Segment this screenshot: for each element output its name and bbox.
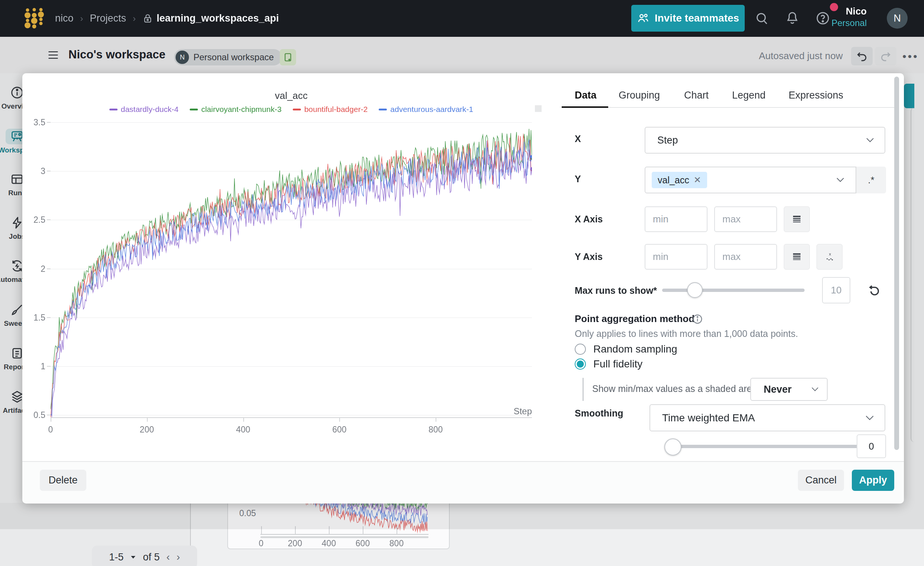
search-icon[interactable] (754, 11, 769, 25)
mini-x-tick-label: 0 (250, 539, 272, 548)
remove-metric-icon[interactable]: ✕ (694, 175, 701, 185)
reset-icon[interactable] (866, 283, 881, 298)
radio-full-fidelity[interactable]: Full fidelity (575, 358, 642, 370)
y-tick-label: 1.5 (22, 313, 45, 323)
user-scope: Personal (804, 18, 867, 28)
screen: nico › Projects › learning_workspaces_ap… (0, 0, 924, 566)
page-next-icon[interactable]: › (177, 551, 180, 563)
breadcrumb-projects[interactable]: Projects (90, 13, 126, 24)
x-tick-mark (436, 417, 436, 422)
legend-swatch (379, 109, 387, 111)
x-tick-mark (147, 417, 148, 422)
y-tick-mark (47, 317, 51, 318)
breadcrumb-separator: › (133, 13, 136, 24)
x-tick-mark (51, 417, 51, 422)
bell-icon[interactable] (785, 11, 800, 25)
minmax-select[interactable]: Never (750, 378, 828, 401)
minmax-label: Show min/max values as a shaded area (592, 383, 757, 394)
legend-item[interactable]: bountiful-badger-2 (293, 105, 368, 114)
y-tick-label: 2.5 (22, 215, 45, 225)
page-prev-icon[interactable]: ‹ (166, 551, 170, 563)
max-runs-slider[interactable] (662, 289, 805, 292)
tab-chart[interactable]: Chart (684, 90, 709, 101)
smoothing-select[interactable]: Time weighted EMA (650, 404, 885, 431)
y-field-label: Y (575, 174, 581, 184)
y-axis-max-input[interactable] (714, 244, 777, 270)
info-icon[interactable] (692, 313, 703, 325)
x-axis-title: Step (487, 406, 532, 416)
y-tick-mark (47, 171, 51, 171)
mini-x-tick-label: 800 (386, 539, 408, 548)
tab-grouping[interactable]: Grouping (619, 90, 660, 101)
y-axis-label: Y Axis (575, 252, 603, 262)
x-axis-max-input[interactable] (714, 207, 777, 232)
x-tick-label: 400 (232, 425, 254, 435)
tab-legend[interactable]: Legend (732, 90, 765, 101)
mini-axis-line (260, 534, 429, 535)
smoothing-slider[interactable] (671, 445, 862, 448)
log-scale-icon (791, 214, 802, 225)
smoothing-slider-thumb[interactable] (664, 439, 681, 455)
x-log-scale-button[interactable] (784, 207, 810, 232)
pagination-range[interactable]: 1-5 (109, 551, 123, 563)
max-runs-input[interactable] (822, 277, 850, 304)
avatar[interactable]: N (887, 8, 908, 28)
y-tick-mark (47, 122, 51, 123)
svg-text:x: x (829, 252, 831, 256)
pagination-control[interactable]: 1-5 of 5 ‹ › (92, 545, 197, 566)
y-tick-label: 2 (22, 264, 45, 274)
x-tick-mark (243, 417, 244, 422)
val-acc-line-chart[interactable] (51, 122, 532, 418)
smoothing-label: Smoothing (575, 408, 624, 419)
x-tick-label: 800 (424, 425, 447, 435)
radio-random-sampling[interactable]: Random sampling (575, 343, 677, 355)
y-tick-mark (47, 268, 51, 269)
panel-scrollbar[interactable] (894, 76, 899, 450)
top-navbar: nico › Projects › learning_workspaces_ap… (0, 0, 924, 37)
mini-x-tick-label: 200 (284, 539, 306, 548)
x-field-label: X (575, 133, 581, 144)
y-tick-mark (47, 415, 51, 415)
legend-item[interactable]: clairvoyant-chipmunk-3 (190, 105, 282, 114)
outliers-icon: x (824, 252, 835, 262)
tab-expressions[interactable]: Expressions (789, 90, 843, 101)
chart-title: val_acc (51, 90, 532, 102)
x-axis-min-input[interactable] (645, 207, 708, 232)
tabs-divider (562, 107, 899, 108)
smoothing-value-input[interactable] (856, 434, 886, 458)
breadcrumb-project[interactable]: learning_workspaces_api (142, 13, 279, 24)
notification-dot (830, 3, 838, 11)
cancel-button[interactable]: Cancel (798, 470, 844, 491)
log-scale-icon (791, 252, 802, 262)
y-tick-mark (47, 219, 51, 220)
delete-button[interactable]: Delete (40, 470, 86, 491)
breadcrumb-entity[interactable]: nico (55, 13, 74, 24)
point-aggregation-help: Only applies to lines with more than 1,0… (575, 328, 798, 339)
y-tick-mark (47, 366, 51, 367)
tab-data[interactable]: Data (575, 90, 597, 101)
chart-corner-handle[interactable] (535, 105, 542, 112)
y-tick-label: 3 (22, 166, 45, 176)
y-axis-min-input[interactable] (645, 244, 708, 270)
wandb-logo-icon[interactable] (13, 4, 45, 33)
y-tick-label: 3.5 (22, 118, 45, 127)
max-runs-slider-thumb[interactable] (687, 282, 703, 298)
legend-item[interactable]: dastardly-duck-4 (110, 105, 178, 114)
chart-legend: dastardly-duck-4clairvoyant-chipmunk-3bo… (51, 105, 532, 114)
y-log-scale-button[interactable] (784, 244, 810, 270)
caret-down-icon (130, 555, 136, 559)
legend-item[interactable]: adventurous-aardvark-1 (379, 105, 473, 114)
legend-swatch (190, 109, 198, 111)
regex-toggle-button[interactable]: .* (855, 166, 886, 193)
apply-button[interactable]: Apply (852, 470, 894, 491)
active-tab-underline (562, 106, 608, 108)
radio-icon (575, 344, 586, 355)
mini-scrollbar[interactable] (260, 536, 429, 538)
x-axis-line (51, 417, 532, 418)
y-metric-chip[interactable]: val_acc ✕ (652, 172, 707, 188)
invite-teammates-button[interactable]: Invite teammates (631, 5, 745, 31)
x-field-select[interactable]: Step (645, 127, 885, 154)
radio-icon (575, 358, 586, 370)
ignore-outliers-button[interactable]: x (816, 244, 843, 270)
mini-x-tick-label: 400 (318, 539, 340, 548)
